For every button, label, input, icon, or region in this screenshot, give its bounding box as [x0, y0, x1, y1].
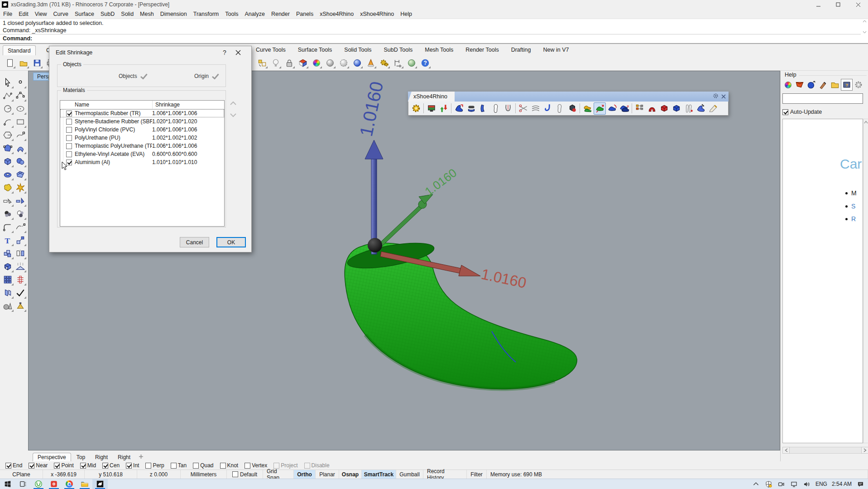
xs-sole-outline-icon[interactable]	[489, 102, 502, 115]
tray-chevron-icon[interactable]	[752, 480, 760, 488]
hp-gear-icon[interactable]	[853, 79, 864, 91]
tray-notification-icon[interactable]	[856, 480, 864, 488]
xs-tree-icon[interactable]	[633, 102, 646, 115]
menu-edit[interactable]: Edit	[15, 9, 32, 19]
xs-blue-cube-icon[interactable]	[670, 102, 682, 115]
status-z-coord[interactable]: z 0.000	[137, 470, 181, 479]
copy-icon[interactable]	[1, 247, 14, 260]
xs-pair-outline-icon[interactable]	[682, 102, 695, 115]
status-toggle-planar[interactable]: Planar	[316, 470, 339, 479]
toolbar-tab-curve-tools[interactable]: Curve Tools	[256, 47, 286, 53]
help-icon[interactable]: ?	[419, 57, 431, 69]
menu-file[interactable]: File	[0, 9, 15, 19]
status-toggle-smarttrack[interactable]: SmartTrack	[362, 470, 396, 479]
tray-camera-icon[interactable]	[777, 480, 786, 488]
viewport-tab-top-1[interactable]: Top	[72, 453, 90, 461]
torus-icon[interactable]	[1, 168, 14, 181]
scroll-right-icon[interactable]	[861, 447, 868, 454]
xshoe4rhino-toolbar[interactable]: xShoe4Rhino	[408, 92, 729, 116]
material-row-1[interactable]: Thermoplastic Rubber (TR)1.006*1.006*1.0…	[60, 109, 224, 117]
command-prompt[interactable]: Command:	[0, 34, 868, 44]
osnap-knot-checkbox[interactable]	[220, 463, 226, 469]
shaded-viewport-icon[interactable]	[324, 57, 336, 69]
xs-red-arc-icon[interactable]	[646, 102, 658, 115]
gumball-origin-sphere[interactable]	[368, 238, 382, 252]
section-icon[interactable]	[14, 273, 27, 286]
osnap-mid-checkbox[interactable]	[80, 463, 86, 469]
status-units[interactable]: Millimeters	[181, 470, 227, 479]
hp-color-wheel-icon[interactable]	[782, 79, 794, 91]
toolbar-tab-mesh-tools[interactable]: Mesh Tools	[425, 47, 453, 53]
menu-dimension[interactable]: Dimension	[157, 9, 190, 19]
menu-solid[interactable]: Solid	[118, 9, 137, 19]
menu-xshoe4rhino-2[interactable]: xShoe4Rhino	[357, 9, 397, 19]
osnap-tan-checkbox[interactable]	[171, 463, 177, 469]
status-toggle-osnap[interactable]: Osnap	[339, 470, 362, 479]
lights-icon[interactable]	[14, 260, 27, 273]
osnap-near[interactable]: Near	[29, 462, 48, 469]
osnap-mid[interactable]: Mid	[80, 462, 96, 469]
gumball-y-axis[interactable]	[375, 201, 427, 250]
osnap-disable-checkbox[interactable]	[304, 463, 310, 469]
tray-shield-icon[interactable]	[765, 480, 773, 488]
material-checkbox[interactable]	[66, 127, 72, 133]
osnap-vertex[interactable]: Vertex	[245, 462, 267, 469]
menu-xshoe4rhino[interactable]: xShoe4Rhino	[317, 9, 357, 19]
text-icon[interactable]: T	[1, 234, 14, 247]
menu-panels[interactable]: Panels	[293, 9, 317, 19]
move-down-icon[interactable]	[230, 112, 237, 119]
cancel-button[interactable]: Cancel	[180, 237, 209, 247]
toolbar-tab-subd-tools[interactable]: SubD Tools	[384, 47, 413, 53]
osnap-cen[interactable]: Cen	[102, 462, 120, 469]
toolbar-tab-surface-tools[interactable]: Surface Tools	[298, 47, 332, 53]
menu-surface[interactable]: Surface	[72, 9, 97, 19]
taskbar-task-view[interactable]	[15, 479, 31, 489]
taskbar-file-explorer[interactable]	[77, 479, 92, 489]
close-button[interactable]	[848, 0, 868, 9]
toolbar-close-icon[interactable]	[721, 92, 726, 101]
osnap-disable[interactable]: Disable	[304, 462, 330, 469]
dialog-close-icon[interactable]	[231, 50, 245, 55]
move-up-icon[interactable]	[230, 101, 237, 107]
status-toggle-filter[interactable]: Filter	[467, 470, 487, 479]
tray-volume-icon[interactable]	[803, 480, 811, 488]
xs-size-chart-icon[interactable]	[437, 102, 450, 115]
menu-help[interactable]: Help	[397, 9, 415, 19]
rendered-viewport-icon[interactable]	[351, 57, 363, 69]
circle-icon[interactable]	[1, 102, 14, 115]
xs-shoe-rotate-icon[interactable]	[606, 102, 618, 115]
osnap-end-checkbox[interactable]	[5, 463, 11, 469]
help-horizontal-scrollbar[interactable]	[782, 447, 868, 454]
xs-shoe-pair-icon[interactable]	[618, 102, 630, 115]
xs-j-curve-icon[interactable]	[542, 102, 554, 115]
shoe-last-mesh[interactable]	[345, 238, 577, 389]
menu-view[interactable]: View	[32, 9, 50, 19]
command-history-scrollbar[interactable]	[861, 19, 868, 34]
osnap-point[interactable]: Point	[54, 462, 73, 469]
notification-cone-icon[interactable]	[364, 57, 377, 69]
polygon-icon[interactable]	[1, 129, 14, 141]
xs-sketch-icon[interactable]	[707, 102, 719, 115]
xs-shoes-multi-icon[interactable]	[581, 102, 594, 115]
material-row-2[interactable]: Styrene-Butadiene Rubber (SBR)1.020*1.03…	[60, 117, 224, 126]
hp-sphere-icon[interactable]	[806, 79, 817, 91]
solid-primitives-icon[interactable]	[1, 300, 14, 312]
polyline-icon[interactable]	[1, 89, 14, 102]
toolbar-tab-render-tools[interactable]: Render Tools	[465, 47, 499, 53]
help-vertical-scrollbar[interactable]	[863, 119, 868, 443]
point-icon[interactable]	[14, 76, 27, 89]
material-checkbox[interactable]	[66, 111, 72, 116]
boolean-puzzle-icon[interactable]	[1, 181, 14, 194]
material-checkbox[interactable]	[66, 143, 72, 149]
taskbar-chrome[interactable]	[62, 479, 77, 489]
status-default-cplane[interactable]: Default	[227, 470, 263, 479]
osnap-point-checkbox[interactable]	[54, 463, 60, 469]
array-icon[interactable]	[1, 273, 14, 286]
material-checkbox[interactable]	[66, 151, 72, 157]
xs-gear-icon[interactable]	[410, 102, 422, 115]
xs-shoe-scale-icon[interactable]	[594, 102, 606, 115]
arc-icon[interactable]	[1, 116, 14, 128]
split-icon[interactable]	[14, 194, 27, 207]
mesh-surface-icon[interactable]	[14, 168, 27, 181]
help-bullet-item[interactable]: M	[845, 189, 857, 197]
